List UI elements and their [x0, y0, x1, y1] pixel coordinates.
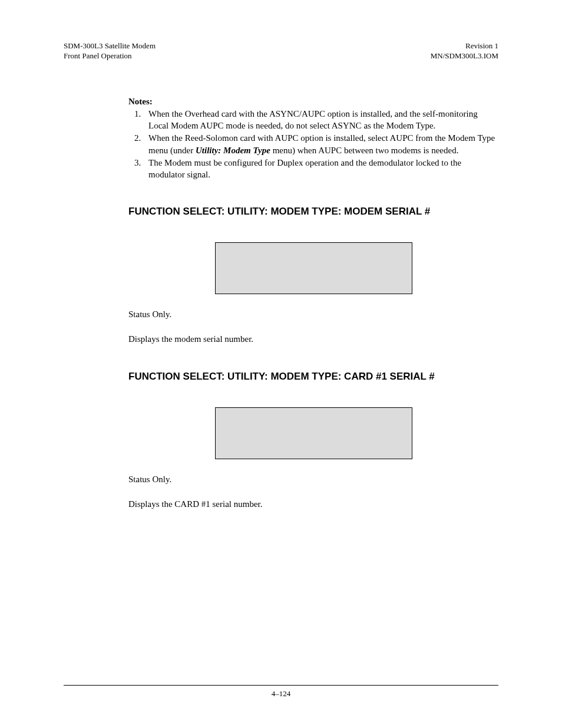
- note-text: When the Overhead card with the ASYNC/AU…: [148, 109, 478, 130]
- page-content: Notes: 1. When the Overhead card with th…: [128, 97, 498, 510]
- header-section: Front Panel Operation: [64, 51, 156, 61]
- note-text-after: menu) when AUPC between two modems is ne…: [270, 146, 459, 155]
- header-revision: Revision 1: [431, 41, 498, 51]
- description-text: Displays the CARD #1 serial number.: [128, 498, 498, 510]
- display-screen-box: [215, 407, 412, 459]
- note-item: 2. When the Reed-Solomon card with AUPC …: [148, 132, 498, 156]
- description-text: Displays the modem serial number.: [128, 333, 498, 345]
- header-right: Revision 1 MN/SDM300L3.IOM: [431, 41, 498, 61]
- header-left: SDM-300L3 Satellite Modem Front Panel Op…: [64, 41, 156, 61]
- display-screen-box: [215, 242, 412, 294]
- note-emphasis: Utility: Modem Type: [196, 146, 270, 155]
- notes-heading: Notes:: [128, 97, 498, 107]
- section-heading-card1-serial: FUNCTION SELECT: UTILITY: MODEM TYPE: CA…: [128, 370, 498, 384]
- footer-rule: [64, 685, 498, 686]
- status-text: Status Only.: [128, 473, 498, 485]
- status-text: Status Only.: [128, 308, 498, 320]
- note-number: 1.: [134, 108, 141, 120]
- note-number: 3.: [134, 157, 141, 169]
- notes-list: 1. When the Overhead card with the ASYNC…: [128, 108, 498, 181]
- header-product: SDM-300L3 Satellite Modem: [64, 41, 156, 51]
- note-text: The Modem must be configured for Duplex …: [148, 158, 461, 179]
- note-item: 1. When the Overhead card with the ASYNC…: [148, 108, 498, 132]
- header-docnum: MN/SDM300L3.IOM: [431, 51, 498, 61]
- section-heading-modem-serial: FUNCTION SELECT: UTILITY: MODEM TYPE: MO…: [128, 205, 498, 219]
- note-item: 3. The Modem must be configured for Dupl…: [148, 157, 498, 181]
- note-number: 2.: [134, 132, 141, 144]
- page-header: SDM-300L3 Satellite Modem Front Panel Op…: [64, 41, 498, 61]
- page-footer: 4–124: [64, 685, 498, 699]
- page-number: 4–124: [64, 689, 498, 699]
